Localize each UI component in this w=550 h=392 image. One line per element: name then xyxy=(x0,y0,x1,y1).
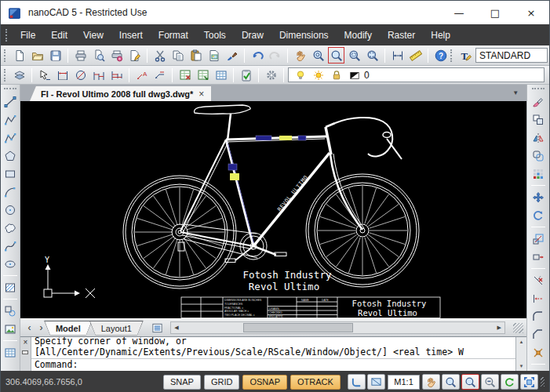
rectangle-button[interactable] xyxy=(1,165,19,182)
maximize-icon[interactable]: □ xyxy=(477,1,513,24)
scroll-right-icon[interactable]: ▶ xyxy=(494,322,504,333)
layer-unlock-button[interactable] xyxy=(328,67,344,83)
zoom-window-button[interactable] xyxy=(461,374,479,390)
dimension-linear-button[interactable] xyxy=(54,67,71,83)
scale-button[interactable] xyxy=(530,230,548,247)
plot-settings-button[interactable] xyxy=(108,47,125,64)
dimension-baseline-button[interactable] xyxy=(108,67,125,83)
layer-on-button[interactable] xyxy=(292,67,308,83)
table-edit-button[interactable] xyxy=(213,67,229,83)
toggle-otrack[interactable]: OTRACK xyxy=(290,375,341,390)
resize-grip[interactable] xyxy=(513,323,523,333)
dimension-group-button[interactable] xyxy=(90,67,107,83)
scale-field[interactable]: M1:1 xyxy=(388,375,420,390)
circle-button[interactable] xyxy=(1,201,19,218)
spline-button[interactable] xyxy=(1,238,19,254)
revision-cloud-button[interactable] xyxy=(1,220,19,236)
menu-draw[interactable]: Draw xyxy=(234,24,271,45)
tab-model[interactable]: Model xyxy=(44,321,93,336)
paste-button[interactable] xyxy=(188,47,204,64)
help-button[interactable] xyxy=(432,47,449,64)
drawing-canvas[interactable]: REVOL ULTIMO Fotosh Industry Revol Ultim… xyxy=(20,101,526,318)
print-preview-button[interactable] xyxy=(90,47,107,64)
table-button[interactable] xyxy=(1,344,19,361)
mirror-button[interactable] xyxy=(530,129,548,146)
copy-image-button[interactable] xyxy=(206,47,222,64)
regen-button[interactable] xyxy=(501,374,519,390)
command-close-icon[interactable]: × xyxy=(24,339,28,347)
snap-settings-button[interactable] xyxy=(263,67,279,83)
scrollbar-thumb[interactable] xyxy=(243,323,353,332)
ucs-toggle-button[interactable] xyxy=(348,374,366,390)
scroll-up-icon[interactable]: ▲ xyxy=(519,339,524,344)
zoom-extents-button[interactable] xyxy=(364,47,381,64)
menu-raster[interactable]: Raster xyxy=(380,24,423,45)
command-prompt[interactable]: Command: xyxy=(31,358,515,371)
scroll-left-icon[interactable]: ◀ xyxy=(171,322,182,333)
notes-button[interactable] xyxy=(238,67,254,83)
import-table-button[interactable] xyxy=(195,67,211,83)
print-button[interactable] xyxy=(72,47,89,64)
redo-button[interactable] xyxy=(267,47,283,64)
menu-file[interactable]: File xyxy=(13,24,43,45)
menu-tools[interactable]: Tools xyxy=(196,24,234,45)
polygon-button[interactable] xyxy=(1,147,19,164)
command-pin-icon[interactable] xyxy=(22,350,28,354)
array-button[interactable] xyxy=(530,165,548,182)
hatch-button[interactable] xyxy=(1,279,19,296)
page-setup-button[interactable] xyxy=(126,47,143,64)
extend-button[interactable] xyxy=(530,290,548,307)
ellipse-button[interactable] xyxy=(1,256,19,272)
distance-button[interactable] xyxy=(389,47,406,64)
text-style-button[interactable] xyxy=(457,47,474,64)
toggle-snap[interactable]: SNAP xyxy=(163,375,201,390)
measure-button[interactable] xyxy=(407,47,424,64)
toggle-grid[interactable]: GRID xyxy=(204,375,240,390)
menu-format[interactable]: Format xyxy=(151,24,196,45)
close-icon[interactable]: × xyxy=(513,1,549,24)
open-file-button[interactable] xyxy=(29,47,46,64)
polyline-edit-button[interactable] xyxy=(1,129,19,146)
fillet-button[interactable] xyxy=(530,308,548,325)
chamfer-button[interactable] xyxy=(530,326,548,343)
line-button[interactable] xyxy=(1,93,19,110)
new-file-button[interactable] xyxy=(11,47,27,64)
pan-button[interactable] xyxy=(422,374,440,390)
dimension-pick-button[interactable] xyxy=(36,67,53,83)
sheet-list-button[interactable] xyxy=(150,321,166,335)
move-button[interactable] xyxy=(530,189,548,205)
document-tab[interactable]: FI - Revol Ultimo 2008 full dwg3.dwg* × xyxy=(30,86,211,101)
zoom-dynamic-button[interactable] xyxy=(346,47,362,64)
menu-edit[interactable]: Edit xyxy=(43,24,75,45)
zoom-out-button[interactable] xyxy=(481,374,499,390)
trim-button[interactable] xyxy=(530,272,548,289)
explode-button[interactable] xyxy=(530,344,548,361)
layer-thaw-button[interactable] xyxy=(310,67,326,83)
zoom-in-button[interactable] xyxy=(442,374,460,390)
offset-button[interactable] xyxy=(530,147,548,164)
undo-button[interactable] xyxy=(249,47,265,64)
scroll-down-icon[interactable]: ▼ xyxy=(519,364,524,368)
menu-insert[interactable]: Insert xyxy=(111,24,151,45)
pan-button[interactable] xyxy=(292,47,308,64)
tab-close-icon[interactable]: × xyxy=(199,89,204,100)
cut-button[interactable] xyxy=(151,47,168,64)
menu-view[interactable]: View xyxy=(75,24,111,45)
dimension-diameter-button[interactable] xyxy=(72,67,89,83)
copy-object-button[interactable] xyxy=(530,111,548,128)
layer-select[interactable]: 0 xyxy=(288,67,545,82)
viewport-toggle-button[interactable] xyxy=(367,374,385,390)
text-style-select[interactable]: STANDARD xyxy=(475,48,548,63)
zoom-extents-button[interactable] xyxy=(520,374,538,390)
rotate-button[interactable] xyxy=(530,207,548,223)
tab-layout1[interactable]: Layout1 xyxy=(89,321,144,336)
region-button[interactable] xyxy=(1,303,19,319)
horizontal-scrollbar[interactable]: ◀ ▶ xyxy=(170,321,505,334)
menu-modify[interactable]: Modify xyxy=(337,24,380,45)
image-attach-button[interactable] xyxy=(1,321,19,337)
sheet-prev-icon[interactable]: ‹ xyxy=(24,321,35,335)
minimize-icon[interactable]: — xyxy=(441,1,477,24)
menu-help[interactable]: Help xyxy=(423,24,458,45)
multileader-button[interactable] xyxy=(151,67,168,83)
zoom-window-button[interactable] xyxy=(328,47,344,64)
